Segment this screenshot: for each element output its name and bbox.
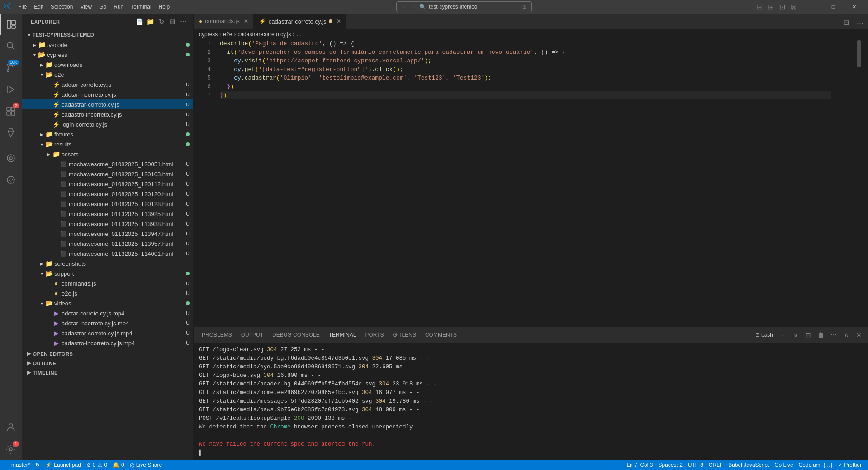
breadcrumb-cypress[interactable]: cypress — [199, 31, 218, 38]
tab-commands-js[interactable]: ● commands.js ✕ — [194, 14, 254, 29]
more-layout[interactable]: ⊠ — [789, 3, 798, 11]
split-terminal-icon[interactable]: ⊟ — [803, 329, 814, 340]
code-content[interactable]: describe('Pagina de cadastro', () => { i… — [216, 39, 835, 327]
tab-gitlens[interactable]: GITLENS — [389, 327, 421, 343]
new-file-icon[interactable]: 📄 — [135, 17, 144, 26]
tree-html-3[interactable]: ▶ ⬛ mochawesome_01082025_120112.html U — [22, 179, 193, 189]
tree-cadastrar-correto[interactable]: ▶ ⚡ cadastrar-correto.cy.js U — [22, 99, 193, 109]
extensions-icon[interactable]: ⊞ — [522, 4, 527, 10]
statusbar-sync[interactable]: ↻ — [33, 460, 43, 470]
terminal-dropdown-icon[interactable]: ∨ — [790, 329, 801, 340]
activity-explorer[interactable] — [0, 14, 22, 35]
panel-more-icon[interactable]: ⋯ — [828, 329, 839, 340]
statusbar-errors[interactable]: ⊘ 0 ⚠ 0 — [84, 460, 110, 470]
breadcrumb-e2e[interactable]: e2e — [223, 31, 232, 38]
search-input[interactable] — [429, 4, 520, 10]
nav-forward[interactable]: → — [410, 3, 417, 10]
tree-mp4-1[interactable]: ▶ ▶ adotar-correto.cy.js.mp4 U — [22, 308, 193, 318]
activity-run-debug[interactable] — [0, 79, 22, 100]
tree-html-9[interactable]: ▶ ⬛ mochawesome_01132025_113957.html U — [22, 239, 193, 249]
activity-gitlens[interactable] — [0, 169, 22, 191]
tree-assets[interactable]: ▶ 📁 assets — [22, 149, 193, 159]
search-bar[interactable]: ← → 🔍 ⊞ — [396, 1, 532, 12]
tree-html-2[interactable]: ▶ ⬛ mochawesome_01082025_120103.html U — [22, 169, 193, 179]
activity-search[interactable] — [0, 35, 22, 57]
statusbar-launchpad[interactable]: ⚡ Launchpad — [43, 460, 83, 470]
kill-terminal-icon[interactable]: 🗑 — [816, 329, 826, 340]
nav-back[interactable]: ← — [401, 3, 408, 10]
statusbar-notifications[interactable]: 🔔 0 — [110, 460, 127, 470]
statusbar-codeium[interactable]: Codeium: {…} — [796, 460, 835, 470]
tree-screenshots[interactable]: ▶ 📁 screenshots — [22, 258, 193, 268]
more-actions-icon[interactable]: ⋯ — [179, 17, 188, 26]
new-folder-icon[interactable]: 📁 — [146, 17, 155, 26]
menu-view[interactable]: View — [76, 2, 95, 12]
tree-adotar-incorreto[interactable]: ▶ ⚡ adotar-incorreto.cy.js U — [22, 89, 193, 99]
refresh-icon[interactable]: ↻ — [157, 17, 166, 26]
maximize-button[interactable]: □ — [823, 0, 844, 14]
tab-debug-console[interactable]: DEBUG CONSOLE — [268, 327, 324, 343]
activity-account[interactable] — [0, 417, 22, 438]
tab-commands-js-close[interactable]: ✕ — [242, 18, 250, 25]
tree-html-7[interactable]: ▶ ⬛ mochawesome_01132025_113938.html U — [22, 219, 193, 229]
panel-layout[interactable]: ⊡ — [778, 3, 787, 11]
statusbar-branch[interactable]: ⑂ master* — [4, 460, 33, 470]
editor-scrollbar[interactable] — [862, 39, 868, 327]
tree-html-5[interactable]: ▶ ⬛ mochawesome_01082025_120128.html U — [22, 199, 193, 209]
new-terminal-icon[interactable]: + — [778, 329, 788, 340]
tree-login-correto[interactable]: ▶ ⚡ login-correto.cy.js U — [22, 119, 193, 129]
split-editor-icon[interactable]: ⊟ — [840, 16, 853, 29]
tree-videos[interactable]: ▾ 📂 videos — [22, 298, 193, 308]
menu-run[interactable]: Run — [110, 2, 127, 12]
layout-icon[interactable]: ⊟ — [755, 3, 764, 11]
breadcrumb-more[interactable]: … — [296, 31, 302, 38]
tree-cypress[interactable]: ▾ 📂 cypress — [22, 50, 193, 60]
activity-extensions[interactable]: 2 — [0, 100, 22, 122]
tree-commands-js[interactable]: ▶ ● commands.js U — [22, 278, 193, 288]
menu-help[interactable]: Help — [155, 2, 174, 12]
menu-file[interactable]: File — [14, 2, 30, 12]
statusbar-liveshare[interactable]: ◎ Live Share — [127, 460, 165, 470]
panel-maximize-icon[interactable]: ∧ — [841, 329, 852, 340]
terminal-content[interactable]: GET /logo-clear.svg 304 27.252 ms - - GE… — [194, 343, 868, 460]
tab-comments[interactable]: COMMENTS — [421, 327, 461, 343]
tree-support[interactable]: ▾ 📂 support — [22, 268, 193, 278]
menu-terminal[interactable]: Terminal — [127, 2, 155, 12]
tree-html-1[interactable]: ▶ ⬛ mochawesome_01082025_120051.html U — [22, 159, 193, 169]
statusbar-encoding[interactable]: UTF-8 — [685, 460, 706, 470]
tree-html-10[interactable]: ▶ ⬛ mochawesome_01132025_114001.html U — [22, 249, 193, 258]
menu-edit[interactable]: Edit — [30, 2, 47, 12]
breadcrumb-file[interactable]: cadastrar-correto.cy.js — [237, 31, 291, 38]
tab-cadastrar-correto[interactable]: ⚡ cadastrar-correto.cy.js ✕ — [254, 14, 347, 29]
statusbar-golive[interactable]: Go Live — [772, 460, 796, 470]
menu-selection[interactable]: Selection — [47, 2, 76, 12]
tree-downloads[interactable]: ▶ 📁 downloads — [22, 60, 193, 70]
close-button[interactable]: ✕ — [844, 0, 864, 14]
menu-go[interactable]: Go — [95, 2, 110, 12]
tree-e2e[interactable]: ▾ 📂 e2e — [22, 70, 193, 80]
tab-cadastrar-close[interactable]: ✕ — [335, 18, 342, 25]
activity-source-control[interactable]: 10K — [0, 57, 22, 79]
tree-html-4[interactable]: ▶ ⬛ mochawesome_01082025_120120.html U — [22, 189, 193, 199]
statusbar-spaces[interactable]: Spaces: 2 — [655, 460, 685, 470]
tree-fixtures[interactable]: ▶ 📁 fixtures — [22, 129, 193, 139]
tree-vscode[interactable]: ▶ 📁 .vscode — [22, 40, 193, 50]
outline-section[interactable]: ▶ OUTLINE — [22, 357, 193, 367]
tree-adotar-correto[interactable]: ▶ ⚡ adotar-correto.cy.js U — [22, 80, 193, 89]
panel-close-icon[interactable]: ✕ — [854, 329, 864, 340]
minimize-button[interactable]: ─ — [802, 0, 823, 14]
tab-terminal[interactable]: TERMINAL — [324, 327, 361, 343]
statusbar-eol[interactable]: CRLF — [706, 460, 726, 470]
statusbar-prettier[interactable]: ✓ Prettier — [835, 460, 864, 470]
timeline-section[interactable]: ▶ TIMELINE — [22, 367, 193, 376]
tree-root[interactable]: ▾ TEST-CYPRESS-LIFEMED — [22, 30, 193, 40]
tree-mp4-4[interactable]: ▶ ▶ cadastro-incorreto.cy.js.mp4 U — [22, 338, 193, 348]
tab-output[interactable]: OUTPUT — [237, 327, 268, 343]
tree-cadastro-incorreto[interactable]: ▶ ⚡ cadastro-incorreto.cy.js U — [22, 109, 193, 119]
tree-html-6[interactable]: ▶ ⬛ mochawesome_01132025_113925.html U — [22, 209, 193, 219]
activity-settings[interactable]: 1 — [0, 438, 22, 460]
open-editors-section[interactable]: ▶ OPEN EDITORS — [22, 348, 193, 357]
tree-html-8[interactable]: ▶ ⬛ mochawesome_01132025_113947.html U — [22, 229, 193, 239]
collapse-all-icon[interactable]: ⊟ — [168, 17, 177, 26]
tree-mp4-2[interactable]: ▶ ▶ adotar-incorreto.cy.js.mp4 U — [22, 318, 193, 328]
